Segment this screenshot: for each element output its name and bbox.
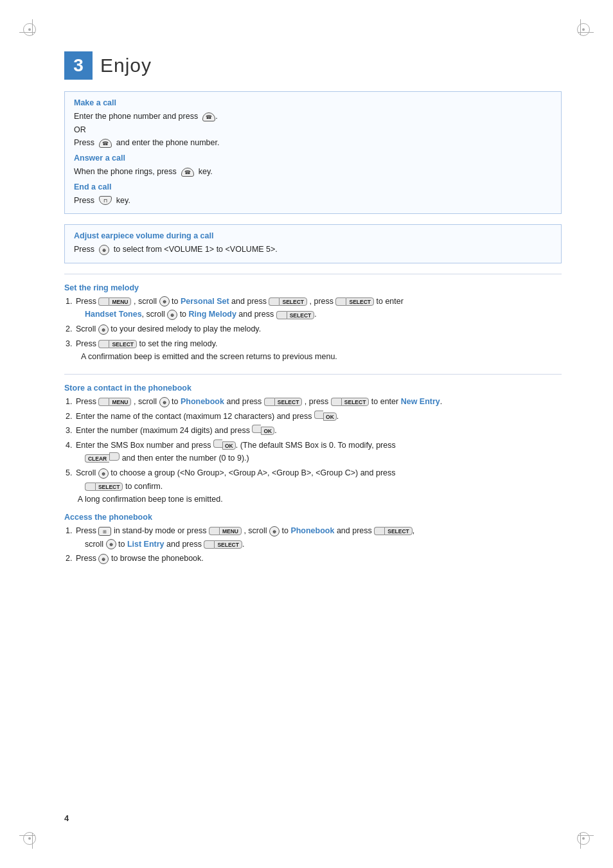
ok-right-2: OK <box>261 427 274 435</box>
chapter-title: Enjoy <box>100 55 152 76</box>
scroll-icon-3: ⊕ <box>98 324 109 335</box>
store-step-1: Press MENU , scroll ⊕ to Phonebook and p… <box>75 395 562 409</box>
ring-melody-heading: Set the ring melody <box>64 283 562 292</box>
scroll-icon-7: ⊕ <box>106 539 116 549</box>
menu-btn-1: MENU <box>98 297 131 306</box>
select-btn-8: SELECT <box>374 527 413 535</box>
ring-melody-section: Set the ring melody Press MENU , scroll … <box>64 283 562 364</box>
select-btn-9: SELECT <box>204 540 242 549</box>
call-key-icon: ☎ <box>202 112 215 121</box>
chapter-number: 3 <box>64 51 93 80</box>
standby-icon: ⊞ <box>98 527 111 536</box>
select-btn-1: SELECT <box>269 297 307 306</box>
list-entry-label: List Entry <box>127 540 164 549</box>
access-step-1: Press ⊞ in stand-by mode or press MENU ,… <box>75 524 562 551</box>
volume-heading: Adjust earpiece volume during a call <box>74 231 552 240</box>
section-divider-1 <box>64 274 562 274</box>
phonebook-label-1: Phonebook <box>181 397 224 406</box>
answer-call-heading: Answer a call <box>74 154 552 163</box>
ring-melody-label: Ring Melody <box>189 310 236 319</box>
make-call-line1: Enter the phone number and press <box>74 112 198 121</box>
store-step-4: Enter the SMS Box number and press OK. (… <box>75 439 562 465</box>
menu-btn-2: MENU <box>98 398 131 406</box>
corner-circle-br <box>577 832 590 845</box>
access-step-2: Press ⊕ to browse the phonebook. <box>75 552 562 565</box>
ring-melody-step1: Press MENU , scroll ⊕ to Personal Set an… <box>75 295 562 321</box>
make-call-heading: Make a call <box>74 98 552 107</box>
section-divider-2 <box>64 374 562 375</box>
answer-call-icon: ☎ <box>181 168 194 177</box>
store-step-2: Enter the name of the contact (maximum 1… <box>75 410 562 423</box>
ok-right-3: OK <box>222 441 236 450</box>
page-number: 4 <box>64 813 69 823</box>
access-phonebook-steps: Press ⊞ in stand-by mode or press MENU ,… <box>75 524 562 565</box>
make-call-line3: Press <box>74 138 94 147</box>
end-call-text: Press ⊓ key. <box>74 194 552 208</box>
store-note: A long confirmation beep tone is emitted… <box>76 495 223 504</box>
scroll-icon-4: ⊕ <box>159 397 170 407</box>
page: 3 Enjoy Make a call Enter the phone numb… <box>0 0 613 868</box>
make-call-line3b: and enter the phone number. <box>116 138 220 147</box>
end-call-heading: End a call <box>74 182 552 191</box>
select-btn-2: SELECT <box>335 297 374 306</box>
ok-left-2 <box>252 425 261 433</box>
scroll-icon-2: ⊕ <box>167 310 177 320</box>
select-btn-4: SELECT <box>98 340 137 348</box>
store-contact-heading: Store a contact in the phonebook <box>64 384 562 393</box>
select-btn-6: SELECT <box>331 398 369 406</box>
ok-left-3 <box>213 439 222 448</box>
phonebook-label-2: Phonebook <box>290 526 334 535</box>
ring-melody-step3: Press SELECT to set the ring melody. A c… <box>75 337 562 364</box>
ok-right-1: OK <box>323 412 337 421</box>
corner-circle-tr <box>577 23 590 36</box>
menu-btn-3: MENU <box>209 527 242 535</box>
ring-melody-note: A confirmation beep is emitted and the s… <box>76 352 337 361</box>
chapter-header: 3 Enjoy <box>64 51 562 80</box>
new-entry-label: New Entry <box>401 397 440 406</box>
corner-circle-tl <box>23 23 36 36</box>
store-step-3: Enter the number (maximum 24 digits) and… <box>75 424 562 438</box>
store-step-5: Scroll ⊕ to choose a group (<No Group>, … <box>75 466 562 506</box>
corner-circle-bl <box>23 832 36 845</box>
volume-text: Press ⊕ to select from <VOLUME 1> to <VO… <box>74 243 552 256</box>
answer-call-text: When the phone rings, press ☎ key. <box>74 165 552 179</box>
store-contact-steps: Press MENU , scroll ⊕ to Phonebook and p… <box>75 395 562 506</box>
scroll-icon-8: ⊕ <box>98 554 109 564</box>
scroll-icon-1: ⊕ <box>159 296 170 306</box>
volume-scroll-icon: ⊕ <box>99 245 109 255</box>
select-btn-3: SELECT <box>276 311 315 319</box>
make-call-section: Make a call Enter the phone number and p… <box>64 91 562 214</box>
handset-tones-label: Handset Tones <box>85 310 142 319</box>
store-contact-section: Store a contact in the phonebook Press M… <box>64 384 562 565</box>
select-btn-7: SELECT <box>85 483 123 491</box>
ring-melody-step2: Scroll ⊕ to your desired melody to play … <box>75 323 562 336</box>
scroll-icon-6: ⊕ <box>269 526 280 536</box>
ok-left-1 <box>314 411 323 419</box>
make-call-or: OR <box>74 125 86 134</box>
clear-btn-right <box>109 452 120 461</box>
call-key-icon2: ☎ <box>99 139 112 148</box>
make-call-text: Enter the phone number and press ☎. OR P… <box>74 110 552 150</box>
personal-set-label: Personal Set <box>181 297 229 306</box>
volume-section: Adjust earpiece volume during a call Pre… <box>64 224 562 263</box>
access-phonebook-heading: Access the phonebook <box>64 513 562 522</box>
select-btn-5: SELECT <box>264 398 303 406</box>
end-call-icon: ⊓ <box>99 196 112 205</box>
ring-melody-steps: Press MENU , scroll ⊕ to Personal Set an… <box>75 295 562 364</box>
clear-btn-left: CLEAR <box>85 454 109 463</box>
scroll-icon-5: ⊕ <box>98 468 109 479</box>
